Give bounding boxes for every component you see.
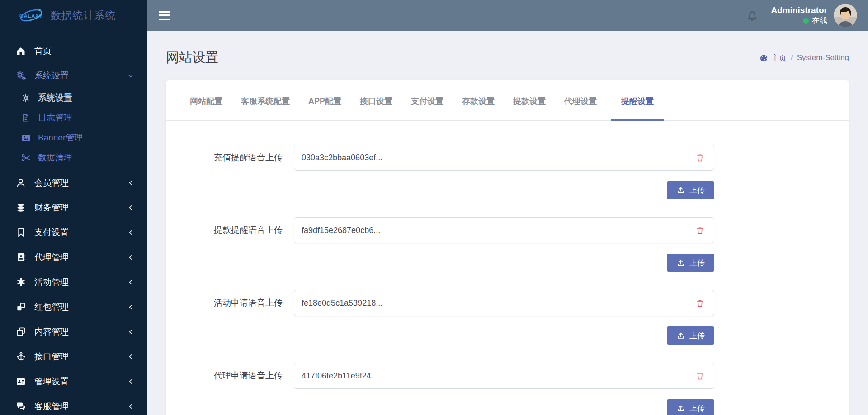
- delete-activity-voice-button[interactable]: [694, 298, 706, 309]
- tab-website-config[interactable]: 网站配置: [185, 80, 227, 121]
- cubes-icon: [15, 301, 27, 313]
- trash-icon: [695, 371, 705, 381]
- sidebar-item-label: 红包管理: [34, 301, 127, 313]
- sidebar-item-member-management[interactable]: 会员管理: [0, 170, 147, 195]
- field-column: 030a3c2bbaa0603ef...: [294, 145, 714, 199]
- sidebar-item-admin-settings[interactable]: 管理设置: [0, 369, 147, 394]
- sidebar-item-label: 内容管理: [34, 326, 127, 338]
- sidebar-item-content-management[interactable]: 内容管理: [0, 319, 147, 344]
- app-root: GALAXY 数据统计系统 首页: [0, 0, 868, 415]
- tab-payment-settings[interactable]: 支付设置: [406, 80, 448, 121]
- upload-agent-voice-button[interactable]: 上传: [667, 399, 714, 415]
- field-column: 417f06fe2b11e9f24...: [294, 363, 714, 415]
- upload-recharge-voice-button[interactable]: 上传: [667, 181, 714, 199]
- withdraw-voice-value: fa9df15e2687e0cb6...: [302, 226, 694, 235]
- tab-deposit-settings[interactable]: 存款设置: [458, 80, 499, 121]
- upload-icon: [676, 404, 685, 413]
- upload-button-label: 上传: [689, 185, 705, 196]
- tab-agent-settings[interactable]: 代理设置: [560, 80, 601, 121]
- sidebar-subitem-log-management[interactable]: 日志管理: [0, 108, 147, 128]
- trash-icon: [695, 153, 705, 163]
- app-logo[interactable]: GALAXY 数据统计系统: [0, 0, 147, 31]
- upload-row: 上传: [294, 181, 714, 199]
- dashboard-icon: [760, 54, 768, 62]
- avatar[interactable]: [834, 4, 857, 27]
- chevron-left-icon: [127, 179, 134, 187]
- sidebar-item-label: 接口管理: [34, 351, 127, 363]
- sidebar-item-label: 系统设置: [34, 70, 127, 82]
- chevron-left-icon: [127, 378, 134, 385]
- tab-reminder-settings[interactable]: 提醒设置: [611, 80, 664, 121]
- sidebar-item-home[interactable]: 首页: [0, 38, 147, 63]
- sidebar-subitem-system-settings[interactable]: 系统设置: [0, 88, 147, 108]
- recharge-voice-value: 030a3c2bbaa0603ef...: [302, 153, 694, 163]
- agent-voice-input[interactable]: 417f06fe2b11e9f24...: [294, 363, 714, 389]
- sidebar-item-label: 财务管理: [34, 202, 127, 214]
- sidebar-item-label: 支付设置: [34, 227, 127, 238]
- field-label: 活动申请语音上传: [166, 290, 283, 345]
- recharge-voice-input[interactable]: 030a3c2bbaa0603ef...: [294, 145, 714, 171]
- sidebar-subitem-data-cleanup[interactable]: 数据清理: [0, 148, 147, 168]
- tab-withdrawal-settings[interactable]: 提款设置: [509, 80, 550, 121]
- reminder-settings-form: 充值提醒语音上传 030a3c2bbaa0603ef...: [166, 121, 849, 415]
- user-meta[interactable]: Administrator 在线: [771, 5, 827, 27]
- sidebar-item-api-management[interactable]: 接口管理: [0, 344, 147, 369]
- breadcrumb-home-link[interactable]: 主页: [760, 53, 787, 63]
- field-column: fe18e0d5c1a539218...: [294, 290, 714, 345]
- settings-card: 网站配置 客服系统配置 APP配置 接口设置 支付设置 存款设置 提款设置 代理…: [166, 80, 849, 415]
- page-title: 网站设置: [166, 49, 218, 67]
- upload-row: 上传: [294, 326, 714, 345]
- sidebar-subitem-label: 系统设置: [38, 92, 72, 104]
- delete-recharge-voice-button[interactable]: [694, 152, 706, 163]
- sidebar-toggle-button[interactable]: [159, 11, 170, 20]
- sidebar-item-finance-management[interactable]: 财务管理: [0, 195, 147, 220]
- delete-withdraw-voice-button[interactable]: [694, 225, 706, 236]
- document-icon: [20, 112, 31, 123]
- sidebar-item-system-settings-group[interactable]: 系统设置: [0, 63, 147, 88]
- page-head: 网站设置 主页 / System-Setting: [166, 49, 849, 67]
- chevron-left-icon: [127, 353, 134, 360]
- sidebar-item-agent-management[interactable]: 代理管理: [0, 245, 147, 270]
- field-label: 充值提醒语音上传: [166, 145, 283, 199]
- chevron-left-icon: [127, 279, 134, 286]
- field-label: 代理申请语音上传: [166, 363, 283, 415]
- upload-button-label: 上传: [689, 403, 705, 414]
- notifications-button[interactable]: [745, 9, 759, 22]
- breadcrumb-home-label: 主页: [771, 53, 787, 63]
- activity-voice-value: fe18e0d5c1a539218...: [302, 298, 694, 308]
- withdraw-voice-input[interactable]: fa9df15e2687e0cb6...: [294, 217, 714, 243]
- id-card-icon: [15, 376, 27, 387]
- upload-row: 上传: [294, 399, 714, 415]
- upload-row: 上传: [294, 254, 714, 272]
- upload-withdraw-voice-button[interactable]: 上传: [667, 254, 714, 272]
- asterisk-icon: [15, 276, 27, 288]
- sidebar-item-activity-management[interactable]: 活动管理: [0, 270, 147, 294]
- field-label: 提款提醒语音上传: [166, 217, 283, 272]
- sidebar-item-customer-service[interactable]: 客服管理: [0, 394, 147, 415]
- upload-icon: [676, 186, 685, 195]
- tab-app-config[interactable]: APP配置: [304, 80, 346, 121]
- activity-voice-input[interactable]: fe18e0d5c1a539218...: [294, 290, 714, 316]
- system-settings-submenu: 系统设置 日志管理: [0, 88, 147, 168]
- gears-icon: [15, 70, 27, 82]
- svg-text:GALAXY: GALAXY: [19, 13, 43, 19]
- sidebar-item-label: 管理设置: [34, 376, 127, 387]
- app-title: 数据统计系统: [51, 9, 116, 23]
- chevron-down-icon: [127, 72, 134, 79]
- upload-icon: [676, 331, 685, 340]
- gear-icon: [20, 93, 31, 103]
- home-icon: [15, 45, 27, 57]
- upload-activity-voice-button[interactable]: 上传: [667, 326, 714, 345]
- sidebar-item-redpacket-management[interactable]: 红包管理: [0, 294, 147, 319]
- sidebar-subitem-banner-management[interactable]: Banner管理: [0, 128, 147, 148]
- sidebar-item-payment-settings[interactable]: 支付设置: [0, 220, 147, 245]
- tab-customer-service-config[interactable]: 客服系统配置: [236, 80, 294, 121]
- chevron-left-icon: [127, 303, 134, 311]
- tab-api-settings[interactable]: 接口设置: [355, 80, 397, 121]
- user-icon: [15, 177, 27, 189]
- delete-agent-voice-button[interactable]: [694, 370, 706, 382]
- settings-tabs: 网站配置 客服系统配置 APP配置 接口设置 支付设置 存款设置 提款设置 代理…: [166, 80, 849, 121]
- online-status-label: 在线: [812, 16, 827, 26]
- sidebar-nav: 首页 系统设置: [0, 31, 147, 415]
- sidebar-subitem-label: 数据清理: [38, 152, 72, 163]
